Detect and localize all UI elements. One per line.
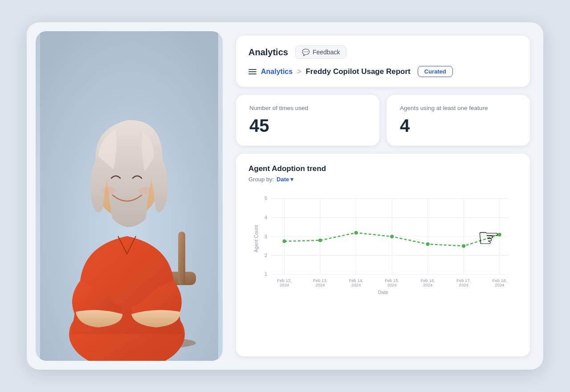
analytics-main-title: Analytics xyxy=(248,47,288,57)
svg-text:2024: 2024 xyxy=(423,282,433,287)
chart-panel: Agent Adoption trend Group by: Date ▾ Ag… xyxy=(236,154,530,356)
svg-text:4: 4 xyxy=(265,215,267,220)
group-by-label: Group by: xyxy=(248,176,274,183)
svg-point-29 xyxy=(354,231,358,235)
group-by-value-text: Date xyxy=(277,176,289,183)
breadcrumb-report-title: Freddy Copilot Usage Report xyxy=(305,67,410,76)
times-used-label: Number of times used xyxy=(249,105,366,111)
feedback-label: Feedback xyxy=(313,49,340,56)
x-axis-title: Date xyxy=(248,290,517,295)
svg-text:2024: 2024 xyxy=(280,282,289,287)
svg-point-8 xyxy=(103,187,115,194)
agents-value: 4 xyxy=(400,116,517,136)
svg-text:2024: 2024 xyxy=(459,282,469,287)
svg-text:2024: 2024 xyxy=(315,282,325,287)
photo-background xyxy=(36,31,223,361)
svg-text:1: 1 xyxy=(265,271,267,277)
photo-panel xyxy=(36,31,223,361)
svg-text:5: 5 xyxy=(265,196,267,201)
svg-text:2: 2 xyxy=(265,253,267,258)
breadcrumb-separator: > xyxy=(297,68,301,76)
stats-row: Number of times used 45 Agents using at … xyxy=(236,95,530,146)
chevron-down-icon: ▾ xyxy=(290,176,293,183)
svg-point-32 xyxy=(462,244,465,248)
agents-card: Agents using at least one feature 4 xyxy=(387,95,530,146)
svg-text:3: 3 xyxy=(265,234,267,239)
times-used-value: 45 xyxy=(249,116,366,136)
chart-area: Agent Count 5 4 3 2 xyxy=(248,190,517,288)
agents-label: Agents using at least one feature xyxy=(400,105,517,111)
breadcrumb-analytics-link[interactable]: Analytics xyxy=(261,68,293,76)
analytics-panel: Analytics 💬 Feedback Analytics > Freddy … xyxy=(236,36,530,87)
line-chart-svg: 5 4 3 2 1 xyxy=(248,190,517,288)
chart-title: Agent Adoption trend xyxy=(248,164,517,173)
person-illustration xyxy=(36,31,223,361)
svg-point-9 xyxy=(138,187,151,194)
svg-point-33 xyxy=(498,233,501,237)
hamburger-icon[interactable] xyxy=(248,69,256,74)
feedback-button[interactable]: 💬 Feedback xyxy=(295,45,346,59)
svg-point-31 xyxy=(426,242,430,246)
content-panel: Analytics 💬 Feedback Analytics > Freddy … xyxy=(232,22,543,370)
svg-point-30 xyxy=(390,235,394,238)
times-used-card: Number of times used 45 xyxy=(236,95,379,146)
svg-text:2024: 2024 xyxy=(351,282,361,287)
svg-text:2024: 2024 xyxy=(495,282,505,287)
svg-text:2024: 2024 xyxy=(387,282,397,287)
breadcrumb: Analytics > Freddy Copilot Usage Report … xyxy=(248,66,517,77)
group-by-dropdown[interactable]: Date ▾ xyxy=(277,176,293,183)
group-by-row: Group by: Date ▾ xyxy=(248,176,517,183)
svg-point-28 xyxy=(318,239,322,242)
svg-rect-4 xyxy=(178,232,185,285)
svg-point-27 xyxy=(283,240,286,243)
analytics-header: Analytics 💬 Feedback xyxy=(248,45,517,59)
y-axis-label: Agent Count xyxy=(253,225,259,252)
feedback-icon: 💬 xyxy=(302,49,309,56)
curated-badge: Curated xyxy=(418,66,453,77)
main-card: Analytics 💬 Feedback Analytics > Freddy … xyxy=(27,22,543,370)
